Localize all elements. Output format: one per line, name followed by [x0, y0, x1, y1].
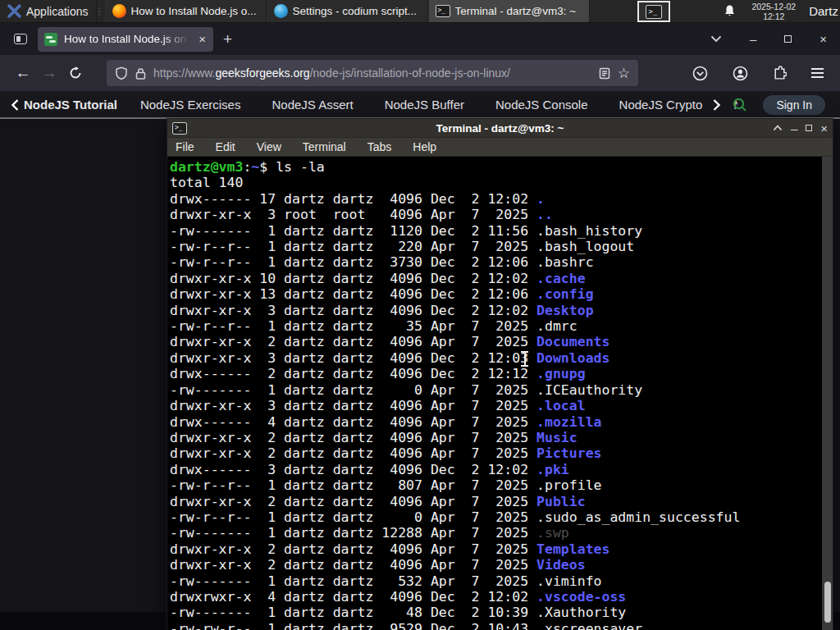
taskbar-button-label: Settings - codium script...: [293, 5, 418, 17]
terminal-output-line: drwx------ 4 dartz dartz 4096 Apr 7 2025…: [170, 414, 821, 430]
app-menu-icon[interactable]: [811, 68, 824, 78]
terminal-window: >_ Terminal - dartz@vm3: ~ – × FileEditV…: [167, 118, 833, 630]
extensions-icon[interactable]: [773, 66, 787, 80]
firefox-view-icon: [14, 34, 27, 44]
terminal-close-button[interactable]: ×: [820, 121, 828, 135]
terminal-icon: >_: [646, 5, 662, 19]
site-search-button[interactable]: [732, 97, 748, 113]
terminal-output-line: drwxr-xr-x 2 dartz dartz 4096 Apr 7 2025…: [170, 445, 821, 461]
terminal-output-line: drwxr-xr-x 2 dartz dartz 4096 Apr 7 2025…: [170, 557, 821, 573]
sign-in-button[interactable]: Sign In: [763, 95, 825, 115]
search-icon: [732, 97, 748, 113]
sitenav-link[interactable]: NodeJS Console: [495, 98, 588, 112]
panel-user-label: Dartz: [809, 4, 838, 18]
sitenav-link[interactable]: NodeJS Buffer: [385, 98, 464, 112]
account-icon[interactable]: [733, 66, 748, 81]
terminal-icon: >_: [436, 5, 450, 17]
terminal-menu-item[interactable]: Tabs: [368, 140, 392, 153]
terminal-output-line: drwxrwxr-x 4 dartz dartz 4096 Dec 2 12:0…: [170, 589, 821, 605]
pocket-icon[interactable]: [692, 66, 708, 81]
list-all-tabs-button[interactable]: [710, 35, 722, 43]
tab-title: How to Install Node.js on: [64, 33, 193, 45]
terminal-output-line: drwxr-xr-x 2 dartz dartz 4096 Apr 7 2025…: [170, 334, 821, 349]
forward-button[interactable]: →: [36, 61, 62, 85]
shade-window-icon[interactable]: [773, 125, 783, 131]
terminal-menu-item[interactable]: Help: [413, 140, 436, 153]
panel-user-menu[interactable]: Dartz: [802, 0, 840, 22]
reload-button[interactable]: [62, 61, 89, 85]
applications-icon: [7, 4, 21, 18]
sitenav-back-link[interactable]: NodeJS Tutorial: [0, 98, 126, 112]
bell-icon: [723, 4, 737, 18]
terminal-output-line: -rw-r--r-- 1 dartz dartz 220 Apr 7 2025 …: [170, 239, 821, 254]
terminal-output-line: drwxr-xr-x 3 dartz dartz 4096 Dec 2 12:0…: [170, 350, 821, 366]
site-subnav: NodeJS Tutorial NodeJS ExercisesNodeJS A…: [0, 92, 840, 119]
lock-icon[interactable]: [135, 67, 146, 80]
terminal-scrollbar-thumb[interactable]: [824, 582, 831, 623]
terminal-maximize-button[interactable]: [806, 125, 812, 131]
chevron-down-icon: [710, 35, 722, 43]
terminal-title: Terminal - dartz@vm3: ~: [167, 122, 833, 135]
terminal-output-line: -rw------- 1 dartz dartz 48 Dec 2 10:39 …: [170, 605, 821, 620]
applications-menu-button[interactable]: Applications: [0, 0, 97, 22]
tab-close-icon[interactable]: ×: [196, 32, 208, 46]
browser-tab-bar: How to Install Node.js on × + – ×: [0, 23, 840, 55]
chevron-left-icon: [11, 99, 19, 111]
taskbar-button-terminal[interactable]: >_ Terminal - dartz@vm3: ~: [428, 0, 590, 22]
terminal-output-line: drwxr-xr-x 2 dartz dartz 4096 Apr 7 2025…: [170, 494, 821, 509]
taskbar-button-vscodium[interactable]: Settings - codium script...: [267, 0, 428, 22]
terminal-scrollbar[interactable]: [822, 157, 833, 630]
reload-icon: [69, 66, 82, 80]
url-bar[interactable]: https://www.geeksforgeeks.org/node-js/in…: [107, 60, 638, 86]
browser-tab-active[interactable]: How to Install Node.js on ×: [38, 27, 213, 52]
terminal-menu-item[interactable]: File: [176, 140, 194, 153]
terminal-menu-item[interactable]: Edit: [216, 140, 235, 153]
reader-view-icon[interactable]: [599, 67, 610, 80]
shield-icon[interactable]: [115, 66, 128, 80]
window-maximize-button[interactable]: [784, 35, 792, 43]
window-minimize-button[interactable]: –: [750, 32, 756, 46]
sitenav-link[interactable]: NodeJS Assert: [272, 98, 353, 112]
panel-clock[interactable]: 2025-12-02 12:12: [745, 0, 802, 22]
terminal-output-line: drwx------ 2 dartz dartz 4096 Dec 2 12:1…: [170, 366, 821, 381]
sitenav-link[interactable]: NodeJS Exercises: [140, 98, 241, 112]
new-tab-button[interactable]: +: [213, 30, 242, 48]
terminal-titlebar[interactable]: >_ Terminal - dartz@vm3: ~ – ×: [167, 119, 833, 138]
terminal-output-line: -rw------- 1 dartz dartz 532 Apr 7 2025 …: [170, 573, 821, 589]
terminal-output-line: drwxr-xr-x 3 dartz dartz 4096 Apr 7 2025…: [170, 398, 821, 413]
terminal-total-line: total 140: [170, 175, 821, 190]
sitenav-scroll-right[interactable]: [713, 99, 720, 111]
desktop: Applications How to Install Node.js o...…: [0, 0, 840, 630]
sitenav-links: NodeJS ExercisesNodeJS AssertNodeJS Buff…: [126, 98, 738, 112]
terminal-output-line: drwxr-xr-x 2 dartz dartz 4096 Apr 7 2025…: [170, 541, 821, 557]
terminal-output-line: -rw-r--r-- 1 dartz dartz 3730 Dec 2 12:0…: [170, 254, 821, 270]
terminal-viewport[interactable]: dartz@vm3:~$ ls -la total 140 drwx------…: [167, 157, 833, 630]
terminal-output-line: drwx------ 3 dartz dartz 4096 Dec 2 12:0…: [170, 462, 821, 477]
window-close-button[interactable]: ×: [819, 32, 827, 46]
tray-terminal-launcher[interactable]: >_: [637, 1, 670, 22]
terminal-icon: >_: [172, 122, 187, 135]
terminal-output-line: drwxr-xr-x 3 dartz dartz 4096 Dec 2 12:0…: [170, 303, 821, 318]
clock-time: 12:12: [763, 11, 784, 21]
panel-spacer: [590, 0, 638, 22]
top-panel: Applications How to Install Node.js o...…: [0, 0, 840, 23]
terminal-menu-item[interactable]: Terminal: [303, 140, 346, 153]
firefox-icon: [112, 4, 126, 18]
terminal-output-line: drwxr-xr-x 13 dartz dartz 4096 Dec 2 12:…: [170, 286, 821, 302]
taskbar-button-firefox[interactable]: How to Install Node.js o...: [105, 0, 267, 22]
taskbar-button-label: Terminal - dartz@vm3: ~: [455, 5, 577, 17]
bookmark-star-icon[interactable]: ☆: [618, 65, 630, 82]
clock-date: 2025-12-02: [751, 2, 796, 11]
terminal-minimize-button[interactable]: –: [791, 121, 797, 135]
terminal-output-line: -rw-r--r-- 1 dartz dartz 0 Apr 7 2025 .s…: [170, 509, 821, 525]
panel-handle: [98, 0, 103, 22]
terminal-menu-item[interactable]: View: [257, 140, 281, 153]
sitenav-link[interactable]: NodeJS Crypto: [619, 98, 703, 112]
terminal-output-line: drwxr-xr-x 3 root root 4096 Apr 7 2025 .…: [170, 207, 821, 222]
notification-bell-button[interactable]: [670, 0, 745, 22]
terminal-output-line: drwxr-xr-x 10 dartz dartz 4096 Dec 2 12:…: [170, 271, 821, 286]
url-text: https://www.geeksforgeeks.org/node-js/in…: [153, 66, 591, 80]
firefox-view-button[interactable]: [8, 29, 33, 50]
back-button[interactable]: ←: [10, 61, 36, 85]
terminal-output-line: -rw------- 1 dartz dartz 12288 Apr 7 202…: [170, 525, 821, 541]
